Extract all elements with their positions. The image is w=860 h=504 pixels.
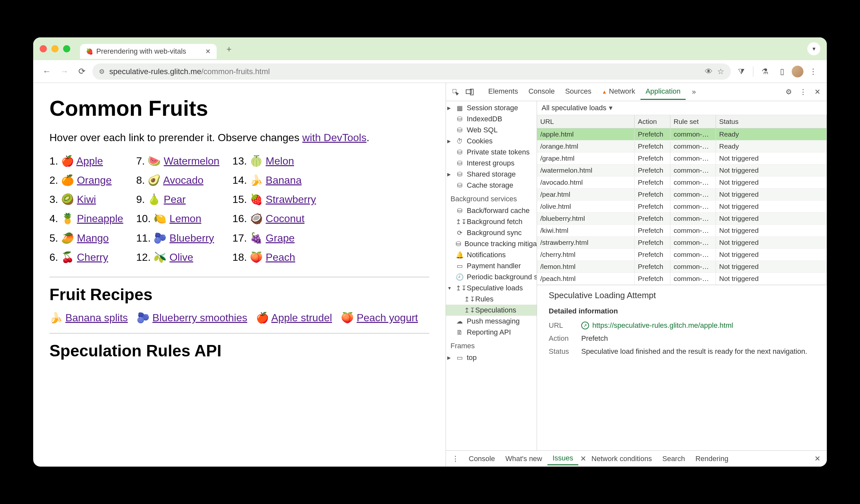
- sidebar-item[interactable]: 🕘Periodic background sync: [446, 272, 537, 283]
- close-tab-icon[interactable]: ✕: [205, 47, 211, 55]
- fruit-link[interactable]: Lemon: [170, 213, 201, 225]
- sidebar-item[interactable]: ▶▦Session storage: [446, 102, 537, 114]
- devtools-tab-application[interactable]: Application: [641, 84, 686, 100]
- sidebar-item[interactable]: ▭Payment handler: [446, 260, 537, 272]
- sidebar-item[interactable]: ⛁Web SQL: [446, 125, 537, 135]
- table-row[interactable]: /orange.htmlPrefetchcommon-…Ready: [537, 141, 827, 153]
- sidebar-item[interactable]: ☁Push messaging: [446, 316, 537, 327]
- table-row[interactable]: /lemon.htmlPrefetchcommon-…Not triggered: [537, 261, 827, 273]
- drawer-tab-rendering[interactable]: Rendering: [690, 452, 734, 465]
- new-tab-button[interactable]: ＋: [223, 43, 235, 55]
- table-row[interactable]: /watermelon.htmlPrefetchcommon-…Not trig…: [537, 164, 827, 176]
- table-row[interactable]: /peach.htmlPrefetchcommon-…Not triggered: [537, 273, 827, 285]
- sidebar-item[interactable]: ▶⏱Cookies: [446, 135, 537, 147]
- table-row[interactable]: /pear.htmlPrefetchcommon-…Not triggered: [537, 189, 827, 201]
- bookmark-icon[interactable]: ☆: [717, 67, 725, 76]
- table-row[interactable]: /strawberry.htmlPrefetchcommon-…Not trig…: [537, 237, 827, 249]
- drawer-tab-issues[interactable]: Issues: [547, 452, 579, 465]
- fruit-link[interactable]: Pineapple: [77, 213, 123, 225]
- sidebar-item[interactable]: ⛁Cache storage: [446, 180, 537, 191]
- drawer-tab-what's-new[interactable]: What's new: [500, 452, 547, 465]
- sidepanel-icon[interactable]: ▯: [775, 64, 789, 79]
- window-fullscreen-icon[interactable]: [63, 45, 70, 52]
- sidebar-item[interactable]: ↥↧Rules: [446, 293, 537, 305]
- devtools-tab-sources[interactable]: Sources: [560, 84, 597, 100]
- col-action[interactable]: Action: [635, 115, 670, 128]
- sidebar-item[interactable]: 🔔Notifications: [446, 249, 537, 260]
- fruit-link[interactable]: Watermelon: [163, 155, 219, 167]
- chrome-collapse-button[interactable]: ▾: [807, 42, 820, 55]
- close-drawer-tab-icon[interactable]: ✕: [580, 455, 586, 463]
- drawer-menu-icon[interactable]: ⋮: [449, 452, 461, 465]
- site-settings-icon[interactable]: ⚙: [99, 68, 105, 75]
- sidebar-item[interactable]: ⟳Background sync: [446, 227, 537, 238]
- devtools-close-icon[interactable]: ✕: [811, 86, 823, 98]
- fruit-link[interactable]: Apple: [76, 155, 103, 167]
- sidebar-item[interactable]: ↥↧Background fetch: [446, 216, 537, 227]
- fruit-link[interactable]: Olive: [170, 251, 193, 263]
- col-url[interactable]: URL: [537, 115, 635, 128]
- profile-avatar[interactable]: [792, 66, 803, 77]
- devtools-link[interactable]: with DevTools: [302, 132, 366, 143]
- devtools-tab-console[interactable]: Console: [524, 84, 560, 100]
- window-close-icon[interactable]: [40, 45, 47, 52]
- table-row[interactable]: /apple.htmlPrefetchcommon-…Ready: [537, 128, 827, 141]
- speculation-filter[interactable]: All speculative loads ▾: [537, 101, 827, 115]
- extensions-icon[interactable]: ⧩: [734, 64, 748, 79]
- devtools-tab-elements[interactable]: Elements: [483, 84, 524, 100]
- recipe-link[interactable]: Peach yogurt: [357, 312, 418, 323]
- devtools-tab-network[interactable]: Network: [597, 84, 641, 100]
- recipe-link[interactable]: Banana splits: [66, 312, 128, 323]
- fruit-link[interactable]: Mango: [77, 232, 109, 244]
- sidebar-item[interactable]: ⛁IndexedDB: [446, 114, 537, 125]
- devtools-settings-icon[interactable]: ⚙: [783, 86, 795, 98]
- sidebar-item[interactable]: ⛁Bounce tracking mitigations: [446, 238, 537, 249]
- table-row[interactable]: /grape.htmlPrefetchcommon-…Not triggered: [537, 153, 827, 164]
- sidebar-item[interactable]: 🗎Reporting API: [446, 327, 537, 338]
- more-tabs-icon[interactable]: »: [688, 86, 700, 98]
- col-ruleset[interactable]: Rule set: [670, 115, 716, 128]
- sidebar-item[interactable]: ⛁Private state tokens: [446, 147, 537, 158]
- back-button[interactable]: ←: [40, 64, 54, 79]
- recipe-link[interactable]: Blueberry smoothies: [153, 312, 247, 323]
- fruit-link[interactable]: Melon: [266, 155, 294, 167]
- reload-button[interactable]: ⟳: [75, 64, 89, 79]
- fruit-link[interactable]: Orange: [77, 174, 112, 186]
- table-row[interactable]: /cherry.htmlPrefetchcommon-…Not triggere…: [537, 249, 827, 261]
- fruit-link[interactable]: Cherry: [77, 251, 108, 263]
- fruit-link[interactable]: Avocado: [163, 174, 204, 186]
- address-bar[interactable]: ⚙ speculative-rules.glitch.me/common-fru…: [92, 63, 731, 80]
- labs-icon[interactable]: ⚗: [758, 64, 772, 79]
- table-row[interactable]: /avocado.htmlPrefetchcommon-…Not trigger…: [537, 176, 827, 189]
- sidebar-item[interactable]: ⛁Interest groups: [446, 158, 537, 169]
- fruit-link[interactable]: Coconut: [266, 213, 304, 225]
- browser-tab[interactable]: 🍓 Prerendering with web-vitals ✕: [80, 44, 217, 59]
- table-row[interactable]: /olive.htmlPrefetchcommon-…Not triggered: [537, 201, 827, 213]
- window-minimize-icon[interactable]: [52, 45, 59, 52]
- inspect-element-icon[interactable]: [449, 86, 461, 98]
- table-row[interactable]: /kiwi.htmlPrefetchcommon-…Not triggered: [537, 225, 827, 237]
- drawer-tab-network-conditions[interactable]: Network conditions: [586, 452, 657, 465]
- fruit-link[interactable]: Banana: [266, 174, 302, 186]
- device-toolbar-icon[interactable]: [463, 86, 476, 98]
- sidebar-item[interactable]: ▶▭top: [446, 352, 537, 363]
- detail-url-value[interactable]: ↗https://speculative-rules.glitch.me/app…: [581, 321, 733, 330]
- recipe-link[interactable]: Apple strudel: [271, 312, 332, 323]
- incognito-hide-icon[interactable]: 👁: [705, 67, 713, 76]
- fruit-link[interactable]: Grape: [266, 232, 295, 244]
- fruit-link[interactable]: Blueberry: [170, 232, 214, 244]
- sidebar-item[interactable]: ⛁Back/forward cache: [446, 205, 537, 216]
- table-row[interactable]: /blueberry.htmlPrefetchcommon-…Not trigg…: [537, 213, 827, 225]
- fruit-link[interactable]: Peach: [266, 251, 295, 263]
- fruit-link[interactable]: Kiwi: [77, 193, 96, 205]
- fruit-link[interactable]: Strawberry: [266, 193, 316, 205]
- sidebar-item[interactable]: ▶⛁Shared storage: [446, 169, 537, 180]
- chrome-menu-icon[interactable]: ⋮: [806, 64, 820, 79]
- fruit-link[interactable]: Pear: [163, 193, 186, 205]
- drawer-tab-console[interactable]: Console: [463, 452, 500, 465]
- sidebar-item[interactable]: ↥↧Speculations: [446, 305, 537, 316]
- drawer-close-icon[interactable]: ✕: [811, 452, 823, 465]
- drawer-tab-search[interactable]: Search: [657, 452, 690, 465]
- devtools-menu-icon[interactable]: ⋮: [797, 86, 809, 98]
- col-status[interactable]: Status: [716, 115, 827, 128]
